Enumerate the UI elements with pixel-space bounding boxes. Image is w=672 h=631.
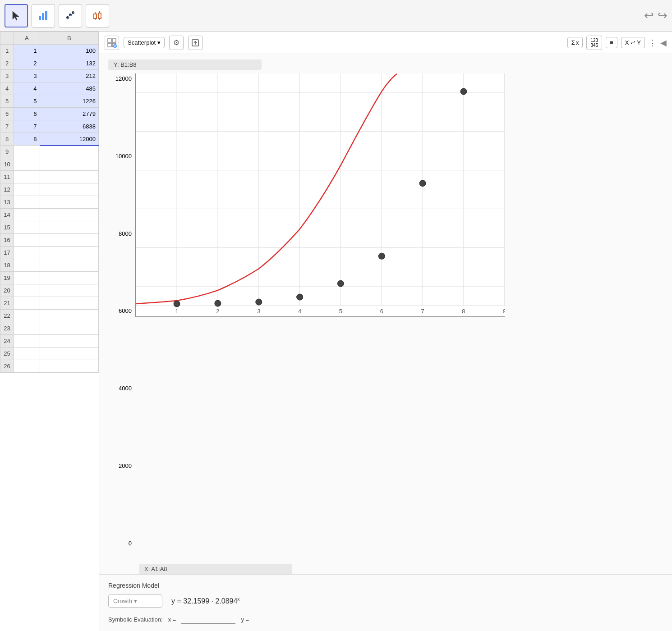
cell-b1[interactable]: 100 <box>40 45 98 57</box>
cell-b18[interactable] <box>40 259 98 272</box>
table-view-button[interactable]: 123345 <box>586 36 602 50</box>
chart-toolbar: Scatterplot ▾ ⚙ Σ x 123345 <box>99 32 672 54</box>
x-tick-7: 7 <box>421 308 424 315</box>
cell-a4[interactable]: 4 <box>14 82 40 95</box>
cell-b24[interactable] <box>40 335 98 348</box>
row-number-8: 8 <box>0 133 14 146</box>
row-number-10: 10 <box>0 158 14 171</box>
collapse-button[interactable]: ◀ <box>660 38 667 48</box>
cell-b23[interactable] <box>40 322 98 335</box>
cell-b6[interactable]: 2779 <box>40 108 98 120</box>
y-eq-label: y = <box>241 616 249 623</box>
right-toolbar-actions: Σ x 123345 ≡ X ⇌ Y ⋮ ◀ <box>567 36 667 50</box>
cell-a21[interactable] <box>14 297 40 310</box>
cell-a11[interactable] <box>14 171 40 183</box>
x-value-input[interactable] <box>181 615 235 624</box>
cell-a16[interactable] <box>14 234 40 247</box>
cell-b26[interactable] <box>40 360 98 373</box>
row-number-26: 26 <box>0 360 14 373</box>
cell-a24[interactable] <box>14 335 40 348</box>
row-number-6: 6 <box>0 108 14 120</box>
x-tick-6: 6 <box>380 308 383 315</box>
cursor-tool-button[interactable] <box>5 4 28 27</box>
cell-a12[interactable] <box>14 183 40 196</box>
cell-a15[interactable] <box>14 221 40 234</box>
scatter-plot-button[interactable] <box>59 4 82 27</box>
y-range-label: Y: B1:B8 <box>108 59 262 70</box>
sigma-button[interactable]: Σ x <box>567 37 583 48</box>
data-point-7 <box>419 180 426 187</box>
cell-a6[interactable]: 6 <box>14 108 40 120</box>
cell-b4[interactable]: 485 <box>40 82 98 95</box>
x-tick-3: 3 <box>257 308 260 315</box>
export-button[interactable] <box>188 36 203 50</box>
box-plot-button[interactable] <box>86 4 109 27</box>
cell-b16[interactable] <box>40 234 98 247</box>
settings-button[interactable]: ⚙ <box>169 36 184 50</box>
symbolic-label: Symbolic Evaluation: <box>108 616 163 623</box>
col-header-a[interactable]: A <box>14 32 40 45</box>
cell-a3[interactable]: 3 <box>14 70 40 82</box>
undo-button[interactable]: ↩ <box>644 9 654 23</box>
regression-type-dropdown[interactable]: Growth ▾ <box>108 594 162 608</box>
chart-area: Y: B1:B8 12000 10000 8000 6000 4000 2000… <box>99 54 672 574</box>
cell-b21[interactable] <box>40 297 98 310</box>
x-range-label: X: A1:A8 <box>139 564 292 574</box>
grid-lines-button[interactable]: ≡ <box>606 37 617 48</box>
x-tick-9: 9 <box>503 308 505 315</box>
more-options-button[interactable]: ⋮ <box>649 38 657 48</box>
cell-b10[interactable] <box>40 158 98 171</box>
svg-rect-14 <box>108 39 111 42</box>
cell-b2[interactable]: 132 <box>40 57 98 70</box>
cell-a8[interactable]: 8 <box>14 133 40 146</box>
cell-b14[interactable] <box>40 209 98 221</box>
cell-a23[interactable] <box>14 322 40 335</box>
cell-b15[interactable] <box>40 221 98 234</box>
cell-a10[interactable] <box>14 158 40 171</box>
cell-b19[interactable] <box>40 272 98 284</box>
cell-a5[interactable]: 5 <box>14 95 40 108</box>
cell-b22[interactable] <box>40 310 98 322</box>
cell-a14[interactable] <box>14 209 40 221</box>
cell-a19[interactable] <box>14 272 40 284</box>
cell-a1[interactable]: 1 <box>14 45 40 57</box>
row-number-21: 21 <box>0 297 14 310</box>
cell-a25[interactable] <box>14 348 40 360</box>
cell-b9[interactable] <box>40 146 98 158</box>
cell-a22[interactable] <box>14 310 40 322</box>
equation-text: y = 32.1599 · 2.0894 <box>171 597 237 605</box>
row-number-12: 12 <box>0 183 14 196</box>
x-tick-1: 1 <box>175 308 178 315</box>
cell-a17[interactable] <box>14 247 40 259</box>
cell-a2[interactable]: 2 <box>14 57 40 70</box>
cell-a26[interactable] <box>14 360 40 373</box>
cell-b13[interactable] <box>40 196 98 209</box>
cell-a13[interactable] <box>14 196 40 209</box>
row-number-25: 25 <box>0 348 14 360</box>
x-tick-4: 4 <box>298 308 301 315</box>
cell-b25[interactable] <box>40 348 98 360</box>
cell-a7[interactable]: 7 <box>14 120 40 133</box>
equation-display: y = 32.1599 · 2.0894x <box>171 597 239 605</box>
cell-b3[interactable]: 212 <box>40 70 98 82</box>
cell-b20[interactable] <box>40 284 98 297</box>
cell-a9[interactable] <box>14 146 40 158</box>
x-tick-5: 5 <box>339 308 342 315</box>
cell-b12[interactable] <box>40 183 98 196</box>
cell-b5[interactable]: 1226 <box>40 95 98 108</box>
cell-b8[interactable]: 12000 <box>40 133 98 146</box>
row-number-20: 20 <box>0 284 14 297</box>
svg-marker-0 <box>13 11 19 20</box>
cell-b7[interactable]: 6838 <box>40 120 98 133</box>
cell-a20[interactable] <box>14 284 40 297</box>
xy-swap-button[interactable]: X ⇌ Y <box>621 37 645 48</box>
cell-b11[interactable] <box>40 171 98 183</box>
col-header-b[interactable]: B <box>40 32 98 45</box>
bar-chart-button[interactable] <box>32 4 55 27</box>
redo-button[interactable]: ↪ <box>658 9 667 23</box>
chart-type-dropdown[interactable]: Scatterplot ▾ <box>124 37 165 48</box>
add-data-button[interactable] <box>105 36 119 50</box>
row-number-16: 16 <box>0 234 14 247</box>
cell-b17[interactable] <box>40 247 98 259</box>
cell-a18[interactable] <box>14 259 40 272</box>
